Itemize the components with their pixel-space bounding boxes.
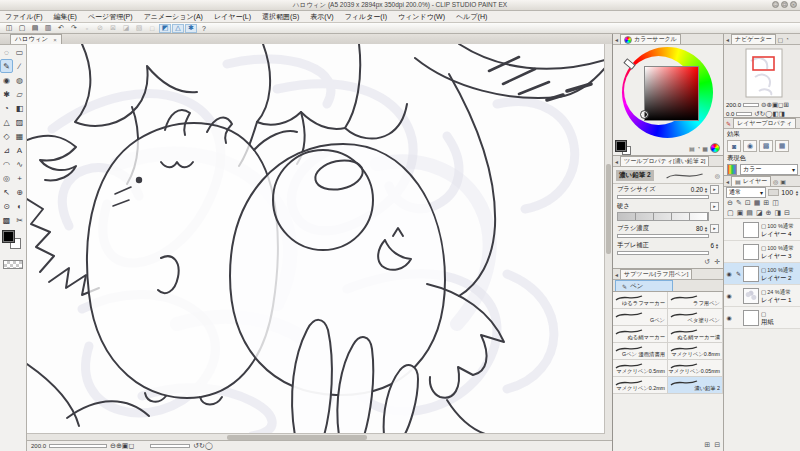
blend-mode-dropdown[interactable]: 通常 ▾ [726, 187, 766, 198]
layer-name[interactable]: レイヤー 2 [761, 274, 794, 281]
layer-name[interactable]: レイヤー 3 [761, 252, 794, 259]
canvas-rotate-slider[interactable] [150, 444, 190, 448]
tab-layers[interactable]: ▤ レイヤー [731, 176, 771, 186]
subview-tab-icon[interactable]: ▢ [778, 36, 784, 43]
tool-button[interactable]: ✂ [13, 213, 26, 227]
sub-tool-item[interactable]: マメクリペン0.05mm [668, 360, 723, 377]
tool-button[interactable]: ▱ [13, 87, 26, 101]
expression-color-dropdown[interactable]: カラー ▾ [740, 164, 798, 175]
toolbar-icon[interactable]: ▧ [133, 24, 145, 33]
toolbar-icon[interactable]: ◫ [3, 24, 15, 33]
layer-lock-icon[interactable]: ⊡ [745, 199, 751, 207]
opacity-slider[interactable] [768, 189, 779, 196]
collapse-icon[interactable]: ◂ [615, 158, 618, 165]
layer-command-icon[interactable]: ◨ [774, 209, 781, 217]
transparent-color-swatch[interactable] [3, 260, 23, 269]
document-tab[interactable]: ハロウィン × [10, 34, 62, 44]
layer-lock-icon[interactable]: ▦ [754, 199, 761, 207]
layer-row[interactable]: ◉ ▢24 %通常 レイヤー 1 [724, 285, 800, 307]
layer-search-tab-icon[interactable]: ◎ [773, 178, 778, 185]
toolbar-icon[interactable]: ↷ [68, 24, 80, 33]
toolbar-icon[interactable]: ▫ [81, 24, 93, 33]
tool-button[interactable]: ∿ [13, 157, 26, 171]
effect-icon[interactable]: ◙ [727, 140, 741, 152]
menu-item[interactable]: ページ管理(P) [88, 12, 133, 22]
sub-tool-item[interactable]: Gペン 漫画清書用 [613, 343, 668, 360]
visibility-eye-icon[interactable]: ◉ [724, 314, 734, 321]
property-value[interactable]: 0.20 [687, 186, 703, 193]
sub-tool-item[interactable]: ぬる絹マーカー [613, 326, 668, 343]
tool-button[interactable]: ◐ [13, 199, 26, 213]
canvas-area[interactable] [27, 44, 612, 440]
window-button[interactable]: × [790, 1, 797, 8]
tool-button[interactable]: ⊙ [0, 199, 13, 213]
tool-button[interactable]: ▨ [13, 115, 26, 129]
tool-button[interactable]: △ [0, 115, 13, 129]
window-button[interactable]: □ [781, 1, 788, 8]
toolbar-icon[interactable]: ↶ [55, 24, 67, 33]
canvas-zoom-icon[interactable]: ◻ [128, 442, 134, 449]
stepper-icon[interactable]: ▲▼ [704, 187, 708, 193]
sub-tool-item[interactable]: ラフ用ペン [668, 292, 723, 309]
opacity-value[interactable]: 100 [781, 189, 793, 196]
tab-tool-property[interactable]: ツールプロパティ[濃い鉛筆 2] [620, 156, 709, 166]
layer-lock-icon[interactable]: ⊖ [727, 199, 733, 207]
layer-command-icon[interactable]: ◪ [756, 209, 763, 217]
toolbar-icon[interactable]: ⊘ [94, 24, 106, 33]
menu-item[interactable]: ファイル(F) [5, 12, 43, 22]
property-slider[interactable] [617, 251, 709, 255]
navigator-zoom-slider[interactable] [743, 103, 759, 107]
foreground-color-swatch[interactable] [616, 141, 626, 151]
navigator-rotate-slider[interactable] [736, 112, 752, 116]
add-subtool-icon[interactable]: ⊞ [704, 441, 710, 449]
stepper-icon[interactable]: ▲▼ [715, 243, 719, 249]
property-slider[interactable] [617, 212, 709, 221]
dynamics-icon[interactable]: ▸ [710, 224, 719, 233]
color-wheel-toggle-icon[interactable] [710, 143, 720, 153]
material-tab-icon[interactable]: ▣ [780, 178, 786, 185]
menu-item[interactable]: ヘルプ(H) [456, 12, 487, 22]
reset-settings-icon[interactable]: ↺ [704, 258, 710, 266]
effect-icon[interactable]: ◉ [743, 140, 757, 152]
layer-command-icon[interactable]: ⊕ [766, 209, 772, 217]
property-slider[interactable] [617, 234, 709, 238]
canvas-zoom-slider[interactable] [49, 444, 107, 448]
layer-row[interactable]: ▢100 %通常 レイヤー 4 [724, 219, 800, 241]
toolbar-icon[interactable]: △ [172, 24, 184, 33]
property-value[interactable]: 80 [687, 225, 703, 232]
window-button[interactable]: – [772, 1, 779, 8]
toolbar-icon[interactable]: ? [198, 24, 210, 33]
navigator-rotate-icon[interactable]: ◯ [765, 110, 772, 117]
visibility-eye-icon[interactable]: ◉ [724, 270, 734, 277]
tool-button[interactable]: ∕ [13, 59, 26, 73]
collapse-icon[interactable]: ◂ [726, 36, 729, 43]
layer-lock-icon[interactable]: ◫ [772, 199, 779, 207]
stepper-icon[interactable]: ▲▼ [704, 226, 708, 232]
menu-item[interactable]: レイヤー(L) [214, 12, 251, 22]
toolbar-icon[interactable]: ▢ [16, 24, 28, 33]
tool-button[interactable]: ▭ [13, 45, 26, 59]
hsv-mode-icon[interactable]: ▦ [702, 145, 708, 152]
tool-button[interactable]: ▩ [0, 213, 13, 227]
foreground-color-swatch[interactable] [3, 231, 14, 242]
tab-sub-tool[interactable]: サブツール[ラフ用ペン] [620, 269, 692, 279]
numeric-mode-icon[interactable]: ◔ [697, 145, 701, 151]
sub-tool-item[interactable]: マメクリペン0.5mm [613, 360, 668, 377]
visibility-eye-icon[interactable]: ◉ [724, 292, 734, 299]
canvas-rotate-icon[interactable]: ◯ [205, 442, 213, 449]
tool-button[interactable]: ◍ [13, 73, 26, 87]
layer-command-icon[interactable]: ⊟ [784, 209, 790, 217]
tool-button[interactable]: ▦ [13, 129, 26, 143]
toolbar-icon[interactable]: ◪ [120, 24, 132, 33]
tool-button[interactable]: ⊕ [13, 185, 26, 199]
menu-item[interactable]: 表示(V) [310, 12, 333, 22]
menu-item[interactable]: ウィンドウ(W) [398, 12, 445, 22]
tool-button[interactable]: + [13, 171, 26, 185]
navigator-zoom-icon[interactable]: ⊞ [783, 101, 788, 108]
layer-command-icon[interactable]: ▣ [737, 209, 744, 217]
toolbar-icon[interactable]: ✱ [185, 24, 197, 33]
dynamics-icon[interactable]: ▸ [710, 185, 719, 194]
layer-lock-icon[interactable]: ⊞ [763, 199, 769, 207]
sv-marker[interactable] [641, 111, 648, 118]
tool-button[interactable]: ◔ [0, 101, 13, 115]
